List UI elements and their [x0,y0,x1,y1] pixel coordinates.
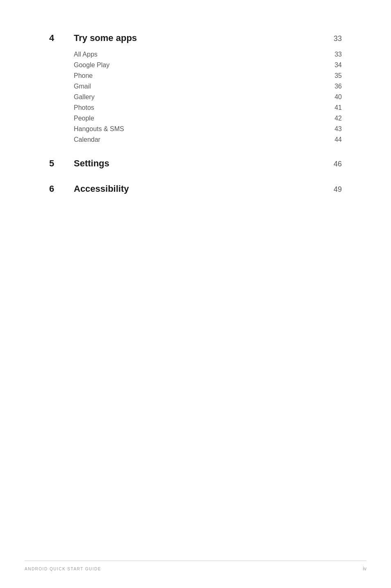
entry-page: 36 [325,83,342,90]
chapter-4-entries: All Apps 33 Google Play 34 Phone 35 Gmai… [74,51,342,143]
footer-label: ANDROID QUICK START GUIDE [25,567,101,571]
toc-chapter-6: 6 Accessibility 49 [49,184,342,194]
entry-title: Gmail [74,83,325,90]
chapter-4-page: 33 [325,34,342,43]
chapter-6-title: Accessibility [74,184,325,194]
entry-title: Hangouts & SMS [74,125,325,133]
entry-page: 41 [325,104,342,111]
chapter-6-header: 6 Accessibility 49 [49,184,342,194]
entry-title: Gallery [74,93,325,101]
chapter-5-title: Settings [74,158,325,169]
chapter-6-number: 6 [49,184,74,194]
chapter-4-title: Try some apps [74,33,325,43]
entry-page: 44 [325,136,342,143]
list-item: Gmail 36 [74,83,342,90]
entry-title: People [74,115,325,122]
chapter-5-page: 46 [325,160,342,168]
page-footer: ANDROID QUICK START GUIDE iv [0,561,391,572]
toc-chapter-5: 5 Settings 46 [49,158,342,169]
entry-page: 34 [325,61,342,69]
entry-title: All Apps [74,51,325,58]
chapter-4-header: 4 Try some apps 33 [49,33,342,43]
footer-divider [25,561,366,561]
entry-page: 42 [325,115,342,122]
list-item: People 42 [74,115,342,122]
entry-title: Calendar [74,136,325,143]
entry-title: Phone [74,72,325,79]
list-item: Phone 35 [74,72,342,79]
list-item: Hangouts & SMS 43 [74,125,342,133]
entry-page: 33 [325,51,342,58]
entry-page: 35 [325,72,342,79]
chapter-5-number: 5 [49,158,74,169]
list-item: Photos 41 [74,104,342,111]
entry-page: 40 [325,93,342,101]
page-content: 4 Try some apps 33 All Apps 33 Google Pl… [0,0,391,243]
footer-content: ANDROID QUICK START GUIDE iv [25,566,366,572]
entry-title: Google Play [74,61,325,69]
list-item: Google Play 34 [74,61,342,69]
toc-chapter-4: 4 Try some apps 33 All Apps 33 Google Pl… [49,33,342,143]
entry-page: 43 [325,125,342,133]
chapter-6-page: 49 [325,185,342,194]
list-item: All Apps 33 [74,51,342,58]
footer-page-number: iv [363,566,366,572]
list-item: Calendar 44 [74,136,342,143]
list-item: Gallery 40 [74,93,342,101]
chapter-4-number: 4 [49,33,74,43]
chapter-5-header: 5 Settings 46 [49,158,342,169]
entry-title: Photos [74,104,325,111]
